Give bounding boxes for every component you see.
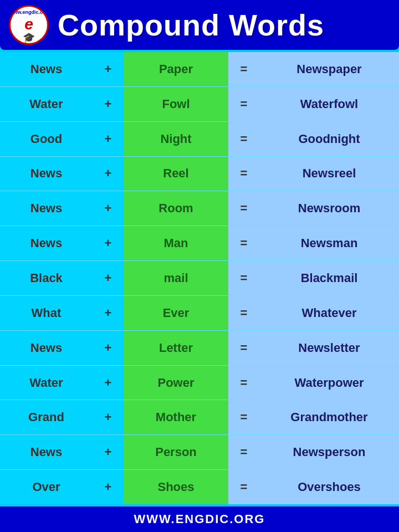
word2-cell: Letter (124, 331, 228, 365)
result-cell: Newsperson (259, 435, 399, 469)
table-row: News + Room = Newsroom (0, 191, 399, 226)
equals-symbol: = (228, 400, 259, 434)
equals-symbol: = (228, 122, 259, 156)
plus-symbol: + (93, 122, 124, 156)
result-cell: Waterfowl (259, 87, 399, 121)
word1-cell: News (0, 52, 93, 86)
table-row: News + Letter = Newsletter (0, 331, 399, 366)
footer-url: WWW.ENGDIC.ORG (134, 512, 265, 526)
word1-cell: Over (0, 470, 93, 504)
table-row: Water + Power = Waterpower (0, 366, 399, 401)
result-cell: Newsroom (259, 191, 399, 226)
result-cell: Newspaper (259, 52, 399, 86)
word1-cell: News (0, 191, 93, 226)
page-header: www.engdic.org e 🎓 Compound Words (0, 0, 399, 50)
equals-symbol: = (228, 87, 259, 121)
word2-cell: Power (124, 366, 228, 400)
result-cell: Grandmother (259, 400, 399, 434)
equals-symbol: = (228, 470, 259, 504)
plus-symbol: + (93, 470, 124, 504)
page-title: Compound Words (58, 8, 324, 42)
word2-cell: Man (124, 226, 228, 260)
word2-cell: Fowl (124, 87, 228, 121)
equals-symbol: = (228, 191, 259, 226)
plus-symbol: + (93, 296, 124, 330)
equals-symbol: = (228, 331, 259, 365)
logo-cap-icon: 🎓 (9, 33, 48, 44)
equals-symbol: = (228, 435, 259, 469)
word2-cell: Room (124, 191, 228, 226)
table-row: News + Person = Newsperson (0, 435, 399, 470)
word1-cell: News (0, 226, 93, 260)
word1-cell: News (0, 157, 93, 191)
word1-cell: Water (0, 366, 93, 400)
table-row: Over + Shoes = Overshoes (0, 470, 399, 504)
result-cell: Newsreel (259, 157, 399, 191)
logo-letter: e (9, 16, 48, 33)
plus-symbol: + (93, 87, 124, 121)
word2-cell: Night (124, 122, 228, 156)
plus-symbol: + (93, 226, 124, 260)
result-cell: Waterpower (259, 366, 399, 400)
table-row: Water + Fowl = Waterfowl (0, 87, 399, 122)
word1-cell: Black (0, 261, 93, 295)
table-row: Black + mail = Blackmail (0, 261, 399, 296)
word1-cell: Grand (0, 400, 93, 434)
word2-cell: Person (124, 435, 228, 469)
plus-symbol: + (93, 191, 124, 226)
page-footer: WWW.ENGDIC.ORG (0, 507, 399, 532)
word1-cell: Good (0, 122, 93, 156)
table-row: What + Ever = Whatever (0, 296, 399, 331)
word2-cell: Shoes (124, 470, 228, 504)
result-cell: Whatever (259, 296, 399, 330)
plus-symbol: + (93, 52, 124, 86)
plus-symbol: + (93, 261, 124, 295)
equals-symbol: = (228, 296, 259, 330)
plus-symbol: + (93, 435, 124, 469)
word2-cell: Mother (124, 400, 228, 434)
plus-symbol: + (93, 157, 124, 191)
equals-symbol: = (228, 226, 259, 260)
table-row: News + Man = Newsman (0, 226, 399, 261)
word1-cell: Water (0, 87, 93, 121)
equals-symbol: = (228, 157, 259, 191)
result-cell: Blackmail (259, 261, 399, 295)
table-row: Grand + Mother = Grandmother (0, 400, 399, 435)
equals-symbol: = (228, 261, 259, 295)
result-cell: Goodnight (259, 122, 399, 156)
plus-symbol: + (93, 366, 124, 400)
plus-symbol: + (93, 331, 124, 365)
result-cell: Newsletter (259, 331, 399, 365)
plus-symbol: + (93, 400, 124, 434)
result-cell: Newsman (259, 226, 399, 260)
equals-symbol: = (228, 52, 259, 86)
word2-cell: Reel (124, 157, 228, 191)
result-cell: Overshoes (259, 470, 399, 504)
table-row: News + Reel = Newsreel (0, 157, 399, 192)
word1-cell: News (0, 331, 93, 365)
compound-words-table: News + Paper = Newspaper Water + Fowl = … (0, 50, 399, 507)
equals-symbol: = (228, 366, 259, 400)
word2-cell: mail (124, 261, 228, 295)
word2-cell: Paper (124, 52, 228, 86)
word2-cell: Ever (124, 296, 228, 330)
logo: www.engdic.org e 🎓 (9, 5, 49, 45)
table-row: News + Paper = Newspaper (0, 52, 399, 87)
table-row: Good + Night = Goodnight (0, 122, 399, 157)
logo-url-text: www.engdic.org (9, 9, 48, 15)
word1-cell: News (0, 435, 93, 469)
word1-cell: What (0, 296, 93, 330)
